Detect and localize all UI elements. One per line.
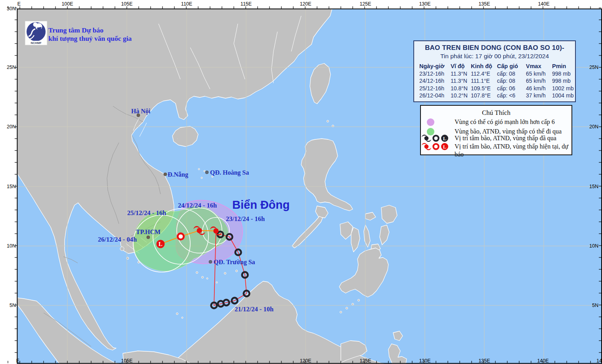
table-header: Vmax [526, 63, 552, 69]
table-cell: 24/12-16h [419, 78, 451, 84]
storm-tracking-map-app: L 23/12/24 - 16h24/12/24 - 16h25/12/24 -… [0, 0, 602, 364]
legend-low-symbol: L [441, 135, 448, 142]
legend-title: Chú Thích [421, 109, 571, 117]
axis-label-top: 120E [300, 1, 311, 7]
table-cell: 10.8°N [451, 85, 471, 91]
storm-title: BAO TREN BIEN DONG (CON BAO SO 10)- [414, 44, 575, 52]
axis-label-bottom: E [16, 358, 19, 364]
table-cell: cấp: 08 [497, 71, 526, 77]
axis-label-right: 25N [589, 65, 598, 70]
axis-label-top: 130E [419, 1, 430, 7]
axis-label-bottom: 14 [596, 358, 602, 364]
table-cell: 998 mb [552, 71, 576, 77]
table-cell: 11.3°N [451, 71, 471, 77]
table-cell: 107.8°E [471, 92, 497, 99]
place-label: Hà Nội [131, 108, 151, 115]
place-label: QĐ. Trường Sa [214, 259, 255, 266]
track-date-label: 21/12/24 - 10h [235, 305, 273, 313]
table-cell: 65 km/h [526, 78, 552, 84]
place-dot [147, 236, 150, 239]
place-label: QĐ. Hoàng Sa [210, 169, 249, 176]
table-cell: 111.1°E [471, 78, 497, 84]
table-cell: 10.2°N [451, 92, 471, 99]
legend-panel: Chú Thích Vùng có thể có gió mạnh lớn hơ… [420, 105, 572, 155]
forecast-depression-position [177, 233, 185, 241]
svg-text:L: L [159, 241, 162, 247]
axis-label-top: 125E [359, 1, 371, 7]
axis-label-left: 10N [7, 243, 16, 249]
place-label: TP.HCM [136, 229, 161, 235]
table-cell: 65 km/h [526, 71, 552, 77]
legend-cyclone-symbol [422, 135, 431, 142]
axis-label-top: 100E [61, 1, 73, 7]
table-cell: cấp: <6 [497, 92, 526, 99]
axis-label-bottom: 130E [419, 358, 430, 364]
table-header: Ngày-giờ [419, 63, 451, 69]
axis-label-top: 110E [181, 1, 192, 7]
axis-label-left: 30N [7, 6, 16, 11]
legend-item-label: Vị trí tâm bão, ATNĐ, vùng thấp đã qua [455, 134, 570, 142]
place-dot [205, 171, 208, 174]
forecast-low-position: L [157, 240, 165, 248]
axis-label-right: 10N [589, 243, 598, 249]
table-cell: 998 mb [552, 78, 576, 84]
table-header: Cấp gió [497, 63, 526, 69]
legend-item-label: Vị trí tâm bão, ATNĐ, vùng thấp hiện tại… [455, 143, 570, 158]
axis-label-left: 25N [7, 65, 16, 70]
axis-label-top: E [17, 1, 21, 7]
axis-label-top: 115E [241, 1, 252, 7]
legend-cyclone-symbol [422, 143, 431, 150]
nchmf-logo: NCHMF [25, 21, 47, 45]
table-cell: 11.3°N [451, 78, 471, 84]
svg-text:L: L [443, 136, 446, 141]
table-cell: 112.4°E [471, 71, 497, 77]
svg-text:L: L [443, 144, 446, 150]
axis-label-bottom: 125E [359, 358, 371, 364]
place-dot [164, 173, 167, 176]
table-header: Vĩ độ [451, 63, 471, 69]
track-date-label: 23/12/24 - 16h [226, 215, 265, 223]
table-cell: 109.5°E [471, 85, 497, 91]
table-cell: 1004 mb [552, 92, 576, 99]
legend-ring-symbol [432, 143, 440, 150]
legend-low-symbol: L [441, 143, 448, 150]
track-date-label: 24/12/24 - 16h [178, 202, 217, 209]
sea-name-label: Biển Đông [232, 198, 290, 211]
table-cell: 25/12-16h [419, 85, 451, 91]
org-name-line2: khí tượng thuỷ văn quốc gia [48, 34, 132, 42]
axis-label-top: 140E [538, 1, 549, 7]
table-cell: 37 km/h [526, 92, 552, 99]
track-date-label: 26/12/24 - 04h [98, 236, 137, 243]
storm-issued-time: Tin phát lúc: 17 giờ 00 phút, 23/12/2024 [414, 53, 575, 60]
place-dot [209, 260, 212, 263]
track-date-label: 25/12/24 - 16h [127, 209, 166, 217]
current-forecast-position-symbols: L [421, 142, 451, 151]
table-header: Pmin [552, 63, 576, 69]
legend-ring-symbol [433, 135, 438, 141]
legend-item-label: Vùng có thể có gió mạnh lớn hơn cấp 6 [455, 118, 570, 126]
axis-label-top: 105E [121, 1, 132, 7]
axis-label-left: 5N [10, 303, 16, 308]
axis-label-top: 135E [478, 1, 490, 7]
table-cell: 23/12-16h [419, 71, 451, 77]
org-name-line1: Trung tâm Dự báo [48, 26, 103, 34]
table-cell: 1002 mb [552, 85, 576, 91]
table-cell: cấp: 06 [497, 85, 526, 91]
table-cell: 46 km/h [526, 85, 552, 91]
storm-forecast-table: Ngày-giờVĩ độKinh độCấp gióVmaxPmin23/12… [419, 63, 576, 99]
storm-info-panel: BAO TREN BIEN DONG (CON BAO SO 10)- Tin … [413, 40, 576, 102]
table-cell: cấp: 08 [497, 78, 526, 84]
strong-wind-area-swatch [427, 118, 434, 126]
axis-label-left: 20N [7, 124, 16, 130]
axis-label-right: 5N [592, 303, 598, 308]
axis-label-right: 20N [589, 124, 598, 130]
table-cell: 26/12-04h [419, 92, 451, 99]
axis-label-left: 15N [7, 184, 16, 189]
axis-label-right: 15N [589, 184, 598, 189]
place-label: Đ.Nẵng [168, 171, 188, 178]
axis-label-bottom: 105E [121, 358, 132, 364]
axis-label-bottom: 135E [478, 358, 490, 364]
logo-text: NCHMF [31, 41, 41, 45]
axis-label-bottom: 120E [300, 358, 311, 364]
axis-label-bottom: 140E [537, 358, 548, 364]
